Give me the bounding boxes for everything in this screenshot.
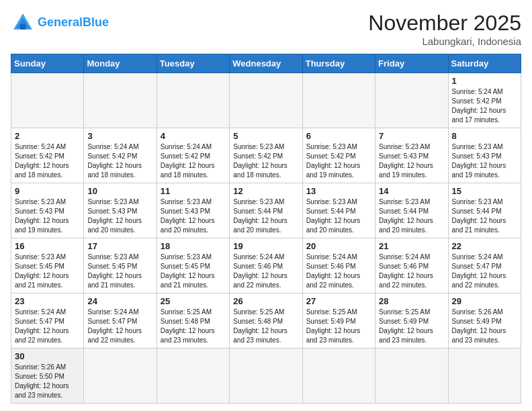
day-info: Sunrise: 5:23 AM Sunset: 5:43 PM Dayligh… [379, 142, 444, 180]
day-info: Sunrise: 5:24 AM Sunset: 5:46 PM Dayligh… [306, 253, 371, 290]
calendar-cell: 27Sunrise: 5:25 AM Sunset: 5:49 PM Dayli… [302, 293, 375, 349]
location-subtitle: Labungkari, Indonesia [368, 36, 521, 47]
calendar-cell: 12Sunrise: 5:23 AM Sunset: 5:44 PM Dayli… [230, 183, 302, 238]
day-info: Sunrise: 5:25 AM Sunset: 5:49 PM Dayligh… [306, 308, 371, 345]
calendar-table: SundayMondayTuesdayWednesdayThursdayFrid… [11, 54, 521, 404]
calendar-week-4: 16Sunrise: 5:23 AM Sunset: 5:45 PM Dayli… [11, 238, 521, 293]
day-info: Sunrise: 5:23 AM Sunset: 5:43 PM Dayligh… [161, 197, 226, 235]
day-number: 12 [233, 186, 298, 196]
day-number: 5 [233, 131, 298, 141]
day-info: Sunrise: 5:24 AM Sunset: 5:47 PM Dayligh… [15, 308, 80, 345]
day-info: Sunrise: 5:23 AM Sunset: 5:44 PM Dayligh… [306, 197, 371, 235]
day-number: 11 [161, 186, 226, 196]
weekday-header-sunday: Sunday [11, 54, 84, 73]
calendar-cell [302, 73, 375, 128]
day-number: 7 [379, 131, 444, 141]
day-info: Sunrise: 5:23 AM Sunset: 5:43 PM Dayligh… [15, 197, 80, 235]
calendar-cell: 21Sunrise: 5:24 AM Sunset: 5:46 PM Dayli… [375, 238, 448, 293]
calendar-week-2: 2Sunrise: 5:24 AM Sunset: 5:42 PM Daylig… [11, 128, 521, 183]
day-number: 18 [161, 241, 226, 251]
day-number: 20 [306, 241, 371, 251]
day-info: Sunrise: 5:26 AM Sunset: 5:50 PM Dayligh… [15, 363, 80, 400]
day-info: Sunrise: 5:25 AM Sunset: 5:48 PM Dayligh… [161, 308, 226, 345]
calendar-cell: 7Sunrise: 5:23 AM Sunset: 5:43 PM Daylig… [375, 128, 448, 183]
calendar-cell: 1Sunrise: 5:24 AM Sunset: 5:42 PM Daylig… [448, 73, 521, 128]
calendar-cell: 13Sunrise: 5:23 AM Sunset: 5:44 PM Dayli… [302, 183, 375, 238]
day-info: Sunrise: 5:24 AM Sunset: 5:42 PM Dayligh… [161, 142, 226, 180]
calendar-header-row: SundayMondayTuesdayWednesdayThursdayFrid… [11, 54, 521, 73]
day-number: 9 [15, 186, 80, 196]
day-number: 15 [452, 186, 517, 196]
day-info: Sunrise: 5:23 AM Sunset: 5:42 PM Dayligh… [233, 142, 298, 180]
day-number: 28 [379, 296, 444, 306]
day-info: Sunrise: 5:24 AM Sunset: 5:42 PM Dayligh… [87, 142, 152, 180]
day-info: Sunrise: 5:25 AM Sunset: 5:48 PM Dayligh… [233, 308, 298, 345]
day-number: 13 [306, 186, 371, 196]
calendar-cell [230, 73, 302, 128]
day-number: 8 [452, 131, 517, 141]
day-number: 23 [15, 296, 80, 306]
calendar-cell [11, 73, 84, 128]
day-info: Sunrise: 5:24 AM Sunset: 5:47 PM Dayligh… [87, 308, 152, 345]
day-number: 25 [161, 296, 226, 306]
logo: GeneralBlue [11, 11, 109, 35]
calendar-cell: 26Sunrise: 5:25 AM Sunset: 5:48 PM Dayli… [230, 293, 302, 349]
calendar-cell [157, 349, 229, 404]
day-number: 27 [306, 296, 371, 306]
calendar-cell: 22Sunrise: 5:24 AM Sunset: 5:47 PM Dayli… [448, 238, 521, 293]
day-info: Sunrise: 5:23 AM Sunset: 5:45 PM Dayligh… [15, 253, 80, 290]
calendar-cell: 14Sunrise: 5:23 AM Sunset: 5:44 PM Dayli… [375, 183, 448, 238]
calendar-cell: 4Sunrise: 5:24 AM Sunset: 5:42 PM Daylig… [157, 128, 229, 183]
calendar-cell: 17Sunrise: 5:23 AM Sunset: 5:45 PM Dayli… [84, 238, 157, 293]
day-number: 24 [87, 296, 152, 306]
calendar-cell: 2Sunrise: 5:24 AM Sunset: 5:42 PM Daylig… [11, 128, 84, 183]
day-info: Sunrise: 5:24 AM Sunset: 5:42 PM Dayligh… [452, 87, 517, 125]
weekday-header-wednesday: Wednesday [230, 54, 302, 73]
calendar-cell: 11Sunrise: 5:23 AM Sunset: 5:43 PM Dayli… [157, 183, 229, 238]
day-number: 10 [87, 186, 152, 196]
day-info: Sunrise: 5:25 AM Sunset: 5:49 PM Dayligh… [379, 308, 444, 345]
calendar-cell [157, 73, 229, 128]
day-info: Sunrise: 5:23 AM Sunset: 5:44 PM Dayligh… [452, 197, 517, 235]
calendar-cell [84, 349, 157, 404]
calendar-cell: 6Sunrise: 5:23 AM Sunset: 5:42 PM Daylig… [302, 128, 375, 183]
svg-rect-3 [20, 24, 26, 30]
calendar-week-5: 23Sunrise: 5:24 AM Sunset: 5:47 PM Dayli… [11, 293, 521, 349]
calendar-cell: 9Sunrise: 5:23 AM Sunset: 5:43 PM Daylig… [11, 183, 84, 238]
calendar-cell: 15Sunrise: 5:23 AM Sunset: 5:44 PM Dayli… [448, 183, 521, 238]
day-number: 6 [306, 131, 371, 141]
day-number: 4 [161, 131, 226, 141]
weekday-header-thursday: Thursday [302, 54, 375, 73]
day-info: Sunrise: 5:23 AM Sunset: 5:43 PM Dayligh… [452, 142, 517, 180]
day-info: Sunrise: 5:26 AM Sunset: 5:49 PM Dayligh… [452, 308, 517, 345]
day-number: 29 [452, 296, 517, 306]
calendar-cell [302, 349, 375, 404]
weekday-header-monday: Monday [84, 54, 157, 73]
day-info: Sunrise: 5:23 AM Sunset: 5:45 PM Dayligh… [161, 253, 226, 290]
weekday-header-friday: Friday [375, 54, 448, 73]
day-number: 1 [452, 76, 517, 86]
calendar-cell: 25Sunrise: 5:25 AM Sunset: 5:48 PM Dayli… [157, 293, 229, 349]
day-info: Sunrise: 5:24 AM Sunset: 5:46 PM Dayligh… [233, 253, 298, 290]
calendar-cell [230, 349, 302, 404]
day-number: 26 [233, 296, 298, 306]
logo-icon [11, 11, 35, 35]
calendar-cell: 30Sunrise: 5:26 AM Sunset: 5:50 PM Dayli… [11, 349, 84, 404]
day-number: 19 [233, 241, 298, 251]
page-header: GeneralBlue November 2025 Labungkari, In… [11, 11, 521, 47]
day-number: 3 [87, 131, 152, 141]
day-info: Sunrise: 5:23 AM Sunset: 5:42 PM Dayligh… [306, 142, 371, 180]
day-number: 30 [15, 351, 80, 361]
day-info: Sunrise: 5:24 AM Sunset: 5:42 PM Dayligh… [15, 142, 80, 180]
calendar-cell: 5Sunrise: 5:23 AM Sunset: 5:42 PM Daylig… [230, 128, 302, 183]
day-info: Sunrise: 5:23 AM Sunset: 5:44 PM Dayligh… [379, 197, 444, 235]
day-number: 16 [15, 241, 80, 251]
calendar-cell: 18Sunrise: 5:23 AM Sunset: 5:45 PM Dayli… [157, 238, 229, 293]
calendar-cell: 16Sunrise: 5:23 AM Sunset: 5:45 PM Dayli… [11, 238, 84, 293]
calendar-cell: 29Sunrise: 5:26 AM Sunset: 5:49 PM Dayli… [448, 293, 521, 349]
calendar-cell: 3Sunrise: 5:24 AM Sunset: 5:42 PM Daylig… [84, 128, 157, 183]
calendar-cell [448, 349, 521, 404]
calendar-cell [84, 73, 157, 128]
calendar-cell: 20Sunrise: 5:24 AM Sunset: 5:46 PM Dayli… [302, 238, 375, 293]
day-number: 17 [87, 241, 152, 251]
